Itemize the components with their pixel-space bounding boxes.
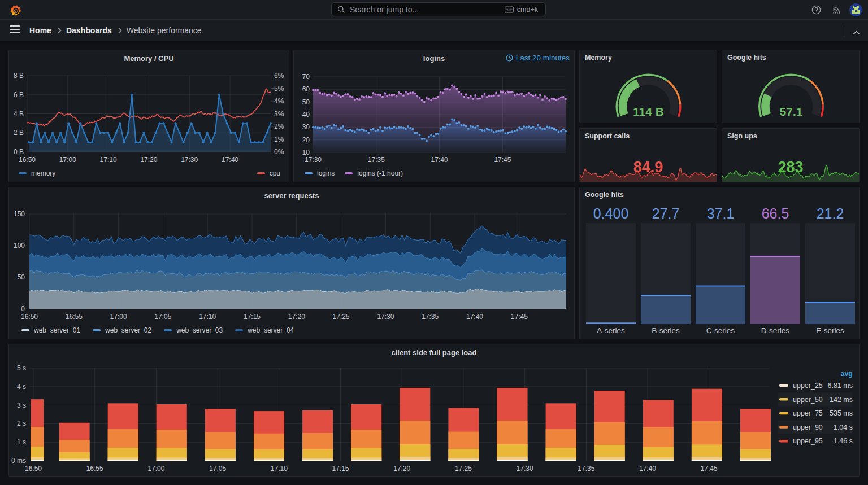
svg-text:2%: 2% <box>274 123 284 130</box>
svg-text:0 B: 0 B <box>14 148 24 156</box>
svg-text:17:40: 17:40 <box>466 313 483 321</box>
svg-text:1.46 s: 1.46 s <box>834 437 853 445</box>
svg-text:150: 150 <box>14 210 25 218</box>
svg-text:70: 70 <box>302 73 310 81</box>
svg-text:17:20: 17:20 <box>140 156 157 164</box>
svg-text:60: 60 <box>302 85 310 93</box>
svg-text:57.1: 57.1 <box>780 105 803 118</box>
svg-text:17:35: 17:35 <box>422 313 439 321</box>
svg-text:16:50: 16:50 <box>19 156 36 164</box>
svg-text:17:30: 17:30 <box>181 156 198 164</box>
svg-text:114 B: 114 B <box>633 105 664 118</box>
svg-text:17:45: 17:45 <box>701 465 718 473</box>
svg-text:142 ms: 142 ms <box>830 396 853 404</box>
svg-text:17:05: 17:05 <box>154 313 171 321</box>
svg-text:16:55: 16:55 <box>86 465 103 473</box>
svg-text:27.7: 27.7 <box>652 206 680 221</box>
svg-text:17:00: 17:00 <box>147 465 164 473</box>
svg-text:37.1: 37.1 <box>707 206 735 221</box>
svg-text:1%: 1% <box>274 136 284 143</box>
svg-text:50: 50 <box>302 98 310 106</box>
svg-text:17:10: 17:10 <box>199 313 216 321</box>
svg-text:17:30: 17:30 <box>305 156 322 164</box>
svg-text:84.9: 84.9 <box>633 159 663 176</box>
svg-text:1.04 s: 1.04 s <box>834 423 853 431</box>
svg-text:upper_50: upper_50 <box>793 396 823 404</box>
svg-text:40: 40 <box>302 111 310 119</box>
svg-text:17:35: 17:35 <box>368 156 385 164</box>
svg-text:3%: 3% <box>274 110 284 118</box>
svg-text:30: 30 <box>302 123 310 131</box>
svg-text:5%: 5% <box>274 85 284 93</box>
svg-text:283: 283 <box>778 159 803 176</box>
svg-text:16:50: 16:50 <box>25 465 42 473</box>
svg-text:17:05: 17:05 <box>209 465 226 473</box>
svg-text:17:40: 17:40 <box>639 465 656 473</box>
svg-text:17:30: 17:30 <box>377 313 394 321</box>
svg-text:10: 10 <box>302 148 310 156</box>
svg-text:6 B: 6 B <box>14 91 24 99</box>
svg-text:100: 100 <box>14 242 25 250</box>
svg-text:535 ms: 535 ms <box>830 409 853 417</box>
svg-text:0.400: 0.400 <box>593 206 629 221</box>
svg-text:17:35: 17:35 <box>578 465 594 473</box>
svg-text:21.2: 21.2 <box>817 206 844 221</box>
svg-text:17:45: 17:45 <box>494 156 511 164</box>
svg-text:5 s: 5 s <box>17 364 26 372</box>
svg-text:A-series: A-series <box>597 326 625 335</box>
svg-text:17:00: 17:00 <box>110 313 127 321</box>
svg-text:17:15: 17:15 <box>244 313 261 321</box>
svg-text:17:25: 17:25 <box>455 465 472 473</box>
svg-text:4 s: 4 s <box>17 383 26 391</box>
svg-text:16:55: 16:55 <box>66 313 83 321</box>
svg-text:4%: 4% <box>274 97 284 105</box>
svg-text:upper_90: upper_90 <box>793 423 823 431</box>
svg-text:D-series: D-series <box>761 326 790 335</box>
svg-text:2 B: 2 B <box>14 129 24 137</box>
svg-text:20: 20 <box>302 136 310 144</box>
svg-text:1 s: 1 s <box>17 438 26 446</box>
svg-text:17:10: 17:10 <box>271 465 288 473</box>
svg-text:0: 0 <box>21 305 25 313</box>
svg-text:C-series: C-series <box>706 326 735 335</box>
svg-text:6%: 6% <box>274 72 284 80</box>
svg-text:17:25: 17:25 <box>333 313 350 321</box>
svg-text:8 B: 8 B <box>14 72 24 80</box>
svg-text:17:40: 17:40 <box>431 156 448 164</box>
svg-text:4 B: 4 B <box>14 110 24 118</box>
svg-text:avg: avg <box>840 370 853 378</box>
svg-text:17:20: 17:20 <box>393 465 410 473</box>
svg-text:17:30: 17:30 <box>517 465 533 473</box>
svg-text:17:20: 17:20 <box>288 313 305 321</box>
svg-text:upper_95: upper_95 <box>793 437 823 445</box>
svg-text:E-series: E-series <box>816 326 844 335</box>
svg-text:upper_25: upper_25 <box>793 382 823 390</box>
svg-text:0 ms: 0 ms <box>11 457 26 465</box>
svg-text:3 s: 3 s <box>17 401 26 409</box>
svg-text:17:40: 17:40 <box>222 156 238 164</box>
svg-text:0%: 0% <box>274 148 284 156</box>
svg-text:17:00: 17:00 <box>59 156 76 164</box>
svg-text:66.5: 66.5 <box>762 206 789 221</box>
svg-text:17:45: 17:45 <box>511 313 528 321</box>
svg-text:upper_75: upper_75 <box>793 409 823 417</box>
svg-text:B-series: B-series <box>652 326 680 335</box>
svg-text:17:10: 17:10 <box>100 156 117 164</box>
svg-text:2 s: 2 s <box>17 420 26 427</box>
svg-text:50: 50 <box>18 273 25 281</box>
svg-text:6.81 ms: 6.81 ms <box>828 382 853 390</box>
svg-text:16:50: 16:50 <box>21 313 38 321</box>
svg-text:17:15: 17:15 <box>332 465 349 473</box>
